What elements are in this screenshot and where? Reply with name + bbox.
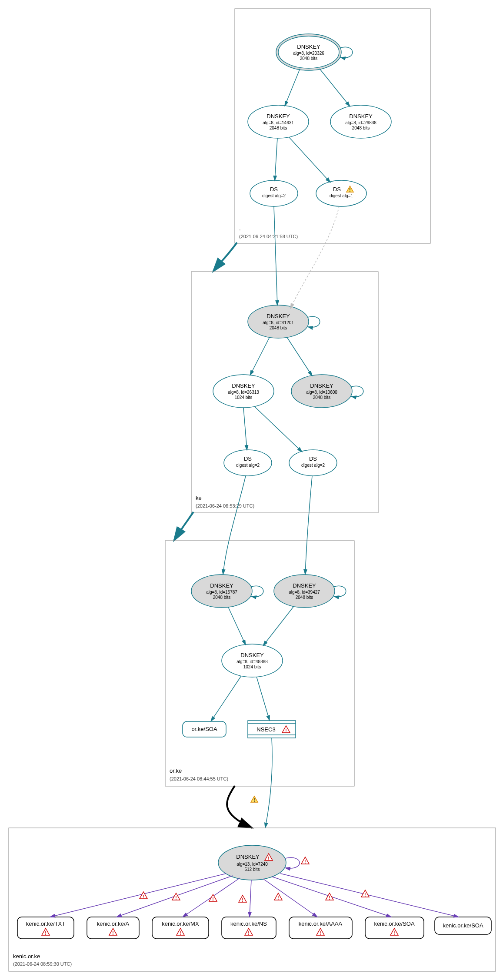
- edge-ke-ds2-orke-ksk2: [305, 476, 312, 575]
- edge-ke-ksk-self: [308, 316, 320, 327]
- warning-icon: !: [251, 796, 258, 803]
- zone-root-label: .: [239, 225, 241, 232]
- svg-text:alg=8, id=26838: alg=8, id=26838: [345, 120, 376, 125]
- edge-key-ns: [250, 880, 251, 917]
- svg-text:!: !: [212, 897, 213, 902]
- node-ke-zsk1[interactable]: DNSKEY alg=8, id=26313 1024 bits: [213, 375, 274, 408]
- edge-kezsk1-ds2: [254, 406, 302, 452]
- svg-text:!: !: [393, 931, 395, 936]
- node-kenic-soa2[interactable]: kenic.or.ke/SOA: [435, 917, 491, 934]
- zone-root: . (2021-06-24 04:21:58 UTC) DNSKEY alg=8…: [235, 9, 430, 243]
- node-kenic-ns[interactable]: kenic.or.ke/NS!: [222, 917, 276, 939]
- svg-text:!: !: [320, 931, 321, 936]
- svg-text:!: !: [364, 893, 366, 897]
- zone-kenic-timestamp: (2021-06-24 08:59:30 UTC): [13, 961, 72, 967]
- edge-kenic-key-self: [285, 857, 300, 868]
- zone-root-timestamp: (2021-06-24 04:21:58 UTC): [239, 234, 298, 239]
- node-root-zsk2[interactable]: DNSKEY alg=8, id=26838 2048 bits: [330, 105, 391, 138]
- error-icon: !: [301, 857, 309, 864]
- node-orke-zsk[interactable]: DNSKEY alg=8, id=48888 1024 bits: [222, 644, 283, 677]
- svg-text:!: !: [143, 894, 144, 899]
- svg-text:DNSKEY: DNSKEY: [297, 43, 320, 50]
- svg-text:!: !: [253, 798, 255, 803]
- edge-rootksk-zsk2: [320, 69, 350, 106]
- node-orke-ksk2[interactable]: DNSKEY alg=8, id=39427 2048 bits: [274, 575, 335, 608]
- svg-text:alg=8, id=48888: alg=8, id=48888: [237, 659, 268, 664]
- svg-text:kenic.or.ke/AAAA: kenic.or.ke/AAAA: [299, 920, 343, 927]
- node-ke-ds1[interactable]: DS digest alg=2: [224, 450, 272, 476]
- node-kenic-key[interactable]: DNSKEY ! alg=13, id=7240 512 bits: [218, 845, 286, 880]
- svg-text:DNSKEY: DNSKEY: [293, 582, 316, 589]
- edge-zsk1-ds2: [289, 137, 330, 183]
- svg-text:DS: DS: [333, 186, 341, 193]
- edge-keksk-zsk2: [287, 337, 312, 376]
- node-root-ksk[interactable]: DNSKEY alg=8, id=20326 2048 bits: [276, 34, 341, 70]
- node-ke-zsk2[interactable]: DNSKEY alg=8, id=10600 2048 bits: [291, 375, 352, 408]
- svg-text:1024 bits: 1024 bits: [235, 395, 253, 400]
- zone-ke: ke (2021-06-24 06:53:29 UTC) DNSKEY alg=…: [191, 206, 378, 513]
- node-kenic-mx[interactable]: kenic.or.ke/MX!: [152, 917, 209, 939]
- svg-text:2048 bits: 2048 bits: [213, 595, 231, 600]
- svg-text:1024 bits: 1024 bits: [243, 664, 261, 669]
- node-kenic-txt[interactable]: kenic.or.ke/TXT!: [17, 917, 74, 939]
- edge-ke-ds1-orke-ksk1: [223, 476, 246, 575]
- node-kenic-soa1[interactable]: kenic.or.ke/SOA!: [365, 917, 424, 939]
- svg-text:DNSKEY: DNSKEY: [210, 582, 233, 589]
- edge-key-txt: [50, 874, 226, 917]
- edge-orkeksk2-zsk: [263, 607, 293, 646]
- edge-ke-zsk2-self: [351, 386, 363, 397]
- svg-text:!: !: [45, 931, 46, 936]
- svg-text:DNSKEY: DNSKEY: [266, 113, 290, 120]
- svg-text:digest alg=2: digest alg=2: [301, 463, 325, 468]
- edge-ds2-keksk: [290, 206, 339, 309]
- node-orke-ksk1[interactable]: DNSKEY alg=8, id=15787 2048 bits: [191, 575, 252, 608]
- svg-text:!: !: [175, 896, 177, 900]
- svg-text:DS: DS: [309, 455, 317, 462]
- svg-text:kenic.or.ke/A: kenic.or.ke/A: [97, 920, 130, 927]
- svg-text:!: !: [180, 931, 181, 936]
- edge-key-soa2: [280, 874, 459, 917]
- edge-nsec3-kenic: [265, 738, 272, 828]
- svg-text:DS: DS: [270, 186, 278, 193]
- svg-text:!: !: [277, 896, 279, 900]
- svg-text:digest alg=1: digest alg=1: [330, 193, 353, 198]
- svg-text:!: !: [285, 728, 286, 733]
- edge-orkezsk-nsec3: [256, 677, 270, 721]
- edge-deleg-ke-orke: [174, 512, 193, 541]
- svg-text:DS: DS: [244, 455, 252, 462]
- node-orke-nsec3[interactable]: NSEC3 !: [248, 721, 296, 738]
- node-root-zsk1[interactable]: DNSKEY alg=8, id=14631 2048 bits: [248, 105, 309, 138]
- node-root-ds2[interactable]: DS digest alg=1 !: [316, 180, 366, 206]
- zone-kenic-label: kenic.or.ke: [13, 953, 40, 960]
- edge-orkeksk1-zsk: [228, 607, 246, 645]
- node-orke-soa[interactable]: or.ke/SOA: [183, 721, 226, 737]
- node-kenic-aaaa[interactable]: kenic.or.ke/AAAA!: [289, 917, 352, 939]
- error-icon: !: [239, 895, 247, 903]
- svg-text:digest alg=2: digest alg=2: [262, 193, 286, 198]
- svg-text:2048 bits: 2048 bits: [300, 56, 318, 61]
- node-root-ds1[interactable]: DS digest alg=2: [250, 180, 298, 206]
- svg-text:2048 bits: 2048 bits: [352, 126, 370, 130]
- svg-text:2048 bits: 2048 bits: [313, 395, 331, 400]
- zone-orke: or.ke (2021-06-24 08:44:55 UTC) DNSKEY a…: [165, 476, 354, 786]
- svg-text:alg=8, id=39427: alg=8, id=39427: [289, 590, 320, 595]
- node-ke-ksk[interactable]: DNSKEY alg=8, id=41201 2048 bits: [248, 305, 309, 338]
- svg-text:2048 bits: 2048 bits: [270, 326, 287, 330]
- edge-ds1-keksk: [274, 206, 277, 306]
- svg-text:!: !: [329, 896, 330, 900]
- svg-text:512 bits: 512 bits: [244, 867, 260, 872]
- svg-text:alg=13, id=7240: alg=13, id=7240: [237, 862, 268, 867]
- edge-root-ksk-self: [340, 47, 353, 58]
- svg-text:alg=8, id=10600: alg=8, id=10600: [306, 390, 337, 395]
- node-kenic-a[interactable]: kenic.or.ke/A!: [87, 917, 139, 939]
- svg-text:!: !: [268, 856, 269, 861]
- svg-text:!: !: [112, 931, 113, 936]
- zone-ke-label: ke: [196, 495, 202, 501]
- svg-text:NSEC3: NSEC3: [256, 726, 275, 733]
- svg-text:alg=8, id=20326: alg=8, id=20326: [293, 51, 324, 56]
- svg-text:alg=8, id=41201: alg=8, id=41201: [263, 320, 294, 325]
- node-ke-ds2[interactable]: DS digest alg=2: [289, 450, 337, 476]
- svg-text:kenic.or.ke/NS: kenic.or.ke/NS: [230, 920, 267, 927]
- svg-text:!: !: [304, 860, 306, 864]
- svg-text:DNSKEY: DNSKEY: [240, 652, 264, 658]
